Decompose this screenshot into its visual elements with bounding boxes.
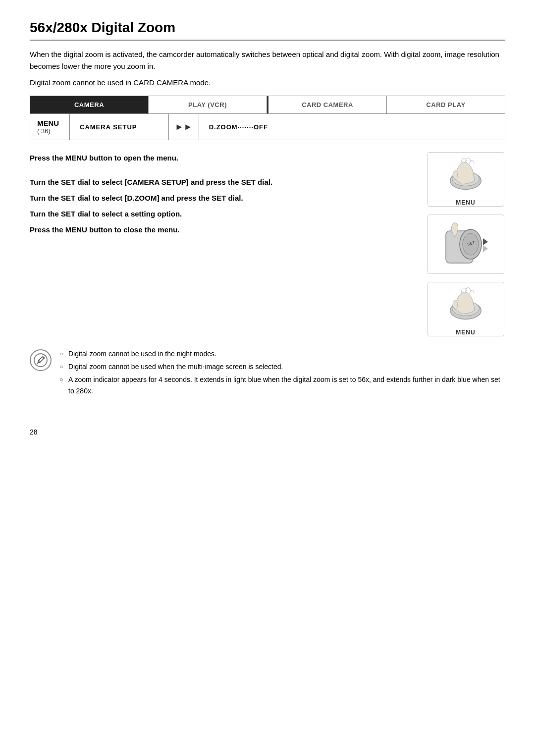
- svg-point-10: [34, 354, 47, 367]
- steps-images: MENU SET: [426, 152, 505, 336]
- menu-button-svg-1: [436, 153, 495, 196]
- tab-play-vcr[interactable]: PLAY (VCR): [149, 96, 267, 113]
- tab-card-play[interactable]: CARD PLAY: [387, 96, 505, 113]
- note-item-3: A zoom indicator appears for 4 seconds. …: [59, 374, 505, 398]
- steps-section: Press the MENU button to open the menu. …: [30, 152, 505, 336]
- menu-label-cell: MENU ( 36): [30, 114, 70, 140]
- menu-button-svg-2: [436, 282, 495, 326]
- double-arrow-icon: ►►: [175, 122, 193, 132]
- intro-paragraph: When the digital zoom is activated, the …: [30, 49, 505, 72]
- set-dial-illustration: SET: [428, 215, 504, 274]
- svg-marker-7: [483, 245, 488, 252]
- menu-button-illustration-1: MENU: [428, 152, 504, 207]
- step-1: Press the MENU button to open the menu.: [30, 152, 411, 164]
- tab-card-camera[interactable]: CARD CAMERA: [268, 96, 387, 113]
- step-5: Press the MENU button to close the menu.: [30, 224, 411, 236]
- page-title: 56x/280x Digital Zoom: [30, 20, 505, 41]
- menu-dzoom-value: D.ZOOM·······OFF: [199, 114, 505, 140]
- note-item-2: Digital zoom cannot be used when the mul…: [59, 361, 505, 373]
- note-pencil-svg: [34, 353, 48, 367]
- menu-arrow: ►►: [169, 114, 199, 140]
- note-item-1: Digital zoom cannot be used in the night…: [59, 348, 505, 360]
- step-2: Turn the SET dial to select [CAMERA SETU…: [30, 176, 411, 188]
- step-4: Turn the SET dial to select a setting op…: [30, 208, 411, 220]
- menu-label-1: MENU: [456, 199, 475, 206]
- menu-page-ref: ( 36): [37, 127, 62, 135]
- menu-camera-setup: CAMERA SETUP: [70, 114, 169, 140]
- notes-section: Digital zoom cannot be used in the night…: [30, 348, 505, 398]
- zoom-note: Digital zoom cannot be used in CARD CAME…: [30, 78, 505, 87]
- menu-button-illustration-2: MENU: [428, 282, 504, 336]
- set-dial-svg: SET: [436, 221, 495, 268]
- steps-text: Press the MENU button to open the menu. …: [30, 152, 411, 336]
- menu-word: MENU: [37, 119, 62, 127]
- step-3: Turn the SET dial to select [D.ZOOM] and…: [30, 192, 411, 204]
- notes-list: Digital zoom cannot be used in the night…: [59, 348, 505, 398]
- svg-marker-6: [483, 238, 488, 245]
- note-icon: [30, 349, 52, 371]
- menu-row: MENU ( 36) CAMERA SETUP ►► D.ZOOM·······…: [30, 114, 505, 140]
- tab-camera[interactable]: CAMERA: [30, 96, 149, 113]
- mode-tabs-row: CAMERA PLAY (VCR) CARD CAMERA CARD PLAY: [30, 96, 505, 114]
- page-number: 28: [30, 428, 505, 436]
- menu-label-2: MENU: [456, 329, 475, 336]
